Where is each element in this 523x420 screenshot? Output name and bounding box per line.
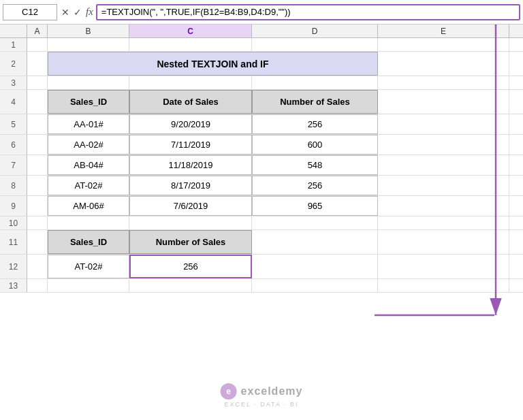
cell-c10[interactable] — [129, 216, 252, 229]
cell-c1[interactable] — [129, 38, 252, 51]
cell-b13[interactable] — [48, 279, 129, 292]
cell-d11[interactable] — [252, 230, 378, 254]
row-num-5: 5 — [0, 114, 27, 134]
cell-a7[interactable] — [27, 155, 48, 175]
cell-c5[interactable]: 9/20/2019 — [129, 114, 252, 134]
cell-d12[interactable] — [252, 255, 378, 278]
col-header-e[interactable]: E — [378, 25, 509, 37]
cell-e9[interactable] — [378, 196, 509, 216]
cell-d1[interactable] — [252, 38, 378, 51]
row-num-8: 8 — [0, 176, 27, 195]
val-c8: 8/17/2019 — [171, 180, 210, 191]
val-c7: 11/18/2019 — [168, 160, 212, 170]
th2-salesid-label: Sales_ID — [70, 237, 107, 247]
cell-b9[interactable]: AM-06# — [48, 196, 129, 216]
cell-e8[interactable] — [378, 176, 509, 195]
cell-a13[interactable] — [27, 279, 48, 292]
cell-d10[interactable] — [252, 216, 378, 229]
cell-d7[interactable]: 548 — [252, 155, 378, 175]
val-b12: AT-02# — [75, 261, 103, 272]
cell-e2[interactable] — [378, 52, 509, 76]
cancel-icon[interactable]: ✕ — [61, 7, 69, 18]
cell-b1[interactable] — [48, 38, 129, 51]
row-num-9: 9 — [0, 196, 27, 216]
formula-bar-container: C12 ✕ ✓ fx =TEXTJOIN(", ",TRUE,IF(B12=B4… — [0, 0, 523, 25]
col-header-a[interactable]: A — [27, 25, 48, 37]
cell-e6[interactable] — [378, 135, 509, 155]
cell-c7[interactable]: 11/18/2019 — [129, 155, 252, 175]
cell-e4[interactable] — [378, 90, 509, 114]
cell-c8[interactable]: 8/17/2019 — [129, 176, 252, 195]
cell-c12[interactable]: 256 — [129, 255, 252, 278]
watermark: e exceldemy EXCEL · DATA · BI — [221, 383, 303, 408]
table1-header-dateofsales: Date of Sales — [129, 90, 252, 114]
cell-a12[interactable] — [27, 255, 48, 278]
confirm-icon[interactable]: ✓ — [74, 7, 82, 18]
formula-input[interactable]: =TEXTJOIN(", ",TRUE,IF(B12=B4:B9,D4:D9,"… — [96, 4, 520, 20]
row-num-7: 7 — [0, 155, 27, 175]
row-1: 1 — [0, 38, 523, 52]
cell-b8[interactable]: AT-02# — [48, 176, 129, 195]
cell-c9[interactable]: 7/6/2019 — [129, 196, 252, 216]
row-num-1: 1 — [0, 38, 27, 51]
table1-header-salesid: Sales_ID — [48, 90, 129, 114]
val-d9: 965 — [308, 201, 323, 211]
cell-a8[interactable] — [27, 176, 48, 195]
row-3: 3 — [0, 76, 523, 90]
cell-b12[interactable]: AT-02# — [48, 255, 129, 278]
cell-d9[interactable]: 965 — [252, 196, 378, 216]
cell-a6[interactable] — [27, 135, 48, 155]
cell-e5[interactable] — [378, 114, 509, 134]
cell-e10[interactable] — [378, 216, 509, 229]
cell-a9[interactable] — [27, 196, 48, 216]
table1-header-numberofsales: Number of Sales — [252, 90, 378, 114]
cell-e13[interactable] — [378, 279, 509, 292]
row-11: 11 Sales_ID Number of Sales — [0, 230, 523, 255]
val-b9: AM-06# — [73, 201, 104, 211]
spreadsheet: A B C D E 1 2 Nested TEXTJOIN and IF — [0, 25, 523, 420]
cell-reference-box[interactable]: C12 — [3, 4, 57, 20]
cell-e12[interactable] — [378, 255, 509, 278]
watermark-icon: e — [221, 383, 237, 400]
watermark-logo: e exceldemy — [221, 383, 303, 400]
val-c5: 9/20/2019 — [171, 119, 210, 129]
cell-e7[interactable] — [378, 155, 509, 175]
row-num-4: 4 — [0, 90, 27, 114]
row-7: 7 AB-04# 11/18/2019 548 — [0, 155, 523, 176]
cell-d6[interactable]: 600 — [252, 135, 378, 155]
val-c12: 256 — [183, 261, 198, 272]
cell-b5[interactable]: AA-01# — [48, 114, 129, 134]
row-num-10: 10 — [0, 216, 27, 229]
cell-b6[interactable]: AA-02# — [48, 135, 129, 155]
cell-d3[interactable] — [252, 76, 378, 89]
row-num-6: 6 — [0, 135, 27, 155]
cell-c3[interactable] — [129, 76, 252, 89]
cell-a3[interactable] — [27, 76, 48, 89]
cell-b7[interactable]: AB-04# — [48, 155, 129, 175]
cell-e3[interactable] — [378, 76, 509, 89]
cell-d8[interactable]: 256 — [252, 176, 378, 195]
grid-body: 1 2 Nested TEXTJOIN and IF 3 — [0, 38, 523, 420]
table2-header-numberofsales: Number of Sales — [129, 230, 252, 254]
insert-function-icon[interactable]: fx — [86, 6, 93, 18]
cell-d5[interactable]: 256 — [252, 114, 378, 134]
cell-a5[interactable] — [27, 114, 48, 134]
val-c6: 7/11/2019 — [171, 140, 210, 150]
col-header-b[interactable]: B — [48, 25, 129, 37]
cell-c6[interactable]: 7/11/2019 — [129, 135, 252, 155]
cell-d13[interactable] — [252, 279, 378, 292]
cell-c13[interactable] — [129, 279, 252, 292]
col-header-c[interactable]: C — [129, 25, 252, 37]
col-header-d[interactable]: D — [252, 25, 378, 37]
cell-a4[interactable] — [27, 90, 48, 114]
val-d7: 548 — [308, 160, 323, 170]
cell-a2[interactable] — [27, 52, 48, 76]
cell-a11[interactable] — [27, 230, 48, 254]
cell-b10[interactable] — [48, 216, 129, 229]
row-num-12: 12 — [0, 255, 27, 278]
cell-b3[interactable] — [48, 76, 129, 89]
cell-e1[interactable] — [378, 38, 509, 51]
cell-e11[interactable] — [378, 230, 509, 254]
cell-a1[interactable] — [27, 38, 48, 51]
cell-a10[interactable] — [27, 216, 48, 229]
